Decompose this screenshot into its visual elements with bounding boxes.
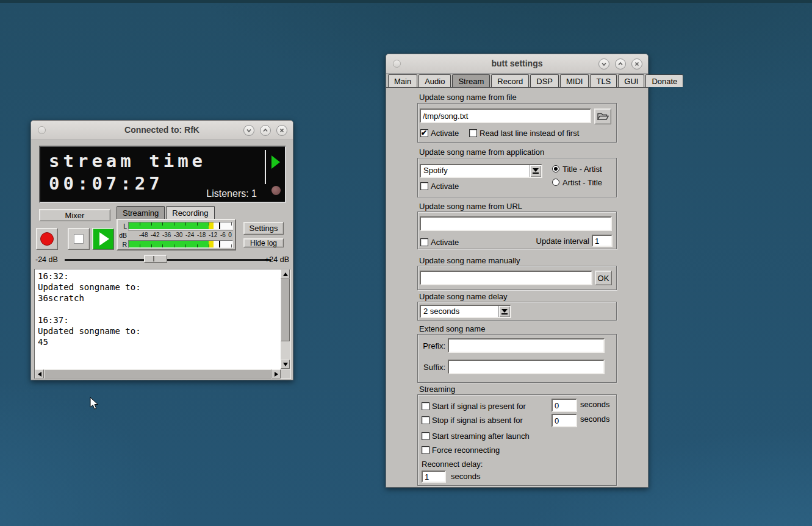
stop-if-signal-checkbox[interactable] [422, 416, 429, 424]
streaming-group-label: Streaming [419, 385, 455, 394]
url-activate-checkbox[interactable] [420, 238, 428, 246]
song-url-input[interactable] [420, 216, 612, 231]
app-activate-label: Activate [431, 182, 459, 191]
vertical-scrollbar[interactable] [281, 269, 290, 369]
main-window: Connected to: RfK stream time 00:07:27 L… [31, 120, 293, 380]
resize-grip[interactable] [281, 369, 290, 379]
settings-window-titlebar[interactable]: butt settings [386, 54, 648, 74]
gain-slider-handle[interactable] [144, 255, 167, 263]
update-interval-label: Update interval [505, 236, 589, 246]
file-group-label: Update song name from file [419, 93, 517, 102]
start-after-launch-checkbox[interactable] [422, 432, 429, 440]
tab-dsp[interactable]: DSP [530, 74, 559, 87]
delay-dropdown[interactable]: 2 seconds [420, 305, 511, 318]
record-status-icon [271, 186, 281, 195]
folder-icon [597, 112, 609, 121]
start-if-signal-checkbox[interactable] [422, 402, 429, 410]
gain-max-label: +24 dB [265, 255, 289, 264]
meter-scale-row: dB -48-42-36-30-24-18-12-60 [118, 230, 233, 240]
maximize-button[interactable] [615, 59, 626, 69]
manual-group-label: Update song name manually [419, 256, 520, 265]
start-signal-seconds-input[interactable] [552, 399, 577, 412]
close-icon [279, 127, 285, 133]
application-dropdown[interactable]: Spotify [420, 164, 542, 178]
song-file-path-input[interactable] [420, 108, 591, 123]
settings-tabbar: Main Audio Stream Record DSP MIDI TLS GU… [386, 74, 648, 88]
arrow-down-icon [283, 363, 288, 366]
lcd-separator [265, 150, 266, 184]
tab-stream[interactable]: Stream [452, 74, 490, 87]
read-last-line-checkbox[interactable] [469, 129, 477, 137]
tab-tls[interactable]: TLS [590, 74, 617, 87]
start-if-signal-label: Start if signal is present for [432, 402, 526, 411]
lcd-display[interactable]: stream time 00:07:27 Listeners: 1 [39, 146, 286, 203]
browse-file-button[interactable] [594, 108, 611, 124]
tab-recording[interactable]: Recording [166, 206, 214, 219]
horizontal-scrollbar[interactable] [35, 369, 281, 379]
arrow-right-icon [275, 372, 278, 377]
file-activate-checkbox[interactable] [420, 129, 428, 137]
tab-gui[interactable]: GUI [618, 74, 644, 87]
log-area[interactable]: 16:32: Updated songname to: 36scratch 16… [34, 269, 291, 379]
db-scale: -48-42-36-30-24-18-12-60 [128, 230, 233, 240]
scroll-up-button[interactable] [281, 269, 290, 279]
artist-title-radio[interactable] [552, 179, 559, 186]
dropdown-arrow-icon[interactable] [498, 306, 510, 317]
close-button[interactable] [276, 125, 287, 136]
tab-record[interactable]: Record [491, 74, 529, 87]
suffix-label: Suffix: [420, 363, 445, 372]
tab-streaming[interactable]: Streaming [117, 206, 165, 219]
read-last-line-label: Read last line instead of first [480, 129, 579, 138]
gain-slider-track[interactable] [65, 259, 271, 261]
stop-icon [74, 234, 84, 244]
title-artist-radio[interactable] [552, 165, 559, 172]
hide-log-button[interactable]: Hide log [243, 238, 284, 247]
scroll-right-button[interactable] [271, 369, 281, 379]
tab-midi[interactable]: MIDI [560, 74, 589, 87]
desktop-top-edge [0, 0, 812, 3]
url-activate-label: Activate [431, 238, 459, 247]
meter-right-row: R [118, 240, 233, 249]
vertical-scroll-thumb[interactable] [281, 279, 290, 341]
scroll-down-button[interactable] [281, 360, 290, 369]
stop-button[interactable] [68, 228, 90, 250]
lcd-time: 00:07:27 [49, 173, 163, 194]
horizontal-scroll-thumb[interactable] [44, 369, 271, 379]
listeners-count: Listeners: 1 [206, 188, 257, 199]
stop-signal-seconds-input[interactable] [552, 414, 577, 427]
settings-window: butt settings Main Audio Stream Record D… [386, 54, 649, 488]
settings-button[interactable]: Settings [243, 222, 284, 235]
update-interval-input[interactable] [592, 235, 613, 247]
prefix-input[interactable] [448, 338, 605, 353]
tab-donate[interactable]: Donate [645, 74, 683, 87]
play-button[interactable] [92, 228, 114, 250]
ok-button[interactable]: OK [595, 271, 612, 285]
tab-audio[interactable]: Audio [419, 74, 451, 87]
meter-right-bar [128, 240, 233, 248]
main-window-titlebar[interactable]: Connected to: RfK [31, 121, 293, 140]
arrow-up-icon [283, 272, 288, 276]
close-button[interactable] [631, 59, 642, 69]
chevron-down-icon [601, 61, 607, 67]
mixer-button[interactable]: Mixer [39, 209, 110, 221]
streaming-active-icon [271, 155, 280, 169]
suffix-input[interactable] [448, 360, 605, 374]
meter-tabs: Streaming Recording [117, 206, 216, 219]
extend-group-label: Extend song name [419, 324, 485, 333]
app-group-label: Update song name from application [419, 147, 544, 157]
manual-song-input[interactable] [420, 271, 592, 285]
close-icon [634, 61, 640, 67]
minimize-button[interactable] [598, 59, 609, 69]
minimize-button[interactable] [243, 125, 254, 136]
record-button[interactable] [36, 228, 58, 250]
maximize-button[interactable] [260, 125, 271, 136]
force-reconnecting-label: Force reconnecting [432, 446, 500, 455]
dropdown-arrow-icon[interactable] [530, 165, 541, 177]
app-activate-checkbox[interactable] [420, 182, 428, 190]
artist-title-label: Artist - Title [562, 178, 602, 187]
reconnect-delay-input[interactable] [422, 471, 446, 483]
lcd-line1: stream time [49, 151, 206, 171]
scroll-left-button[interactable] [35, 369, 44, 379]
tab-main[interactable]: Main [388, 74, 417, 87]
force-reconnecting-checkbox[interactable] [422, 446, 429, 454]
